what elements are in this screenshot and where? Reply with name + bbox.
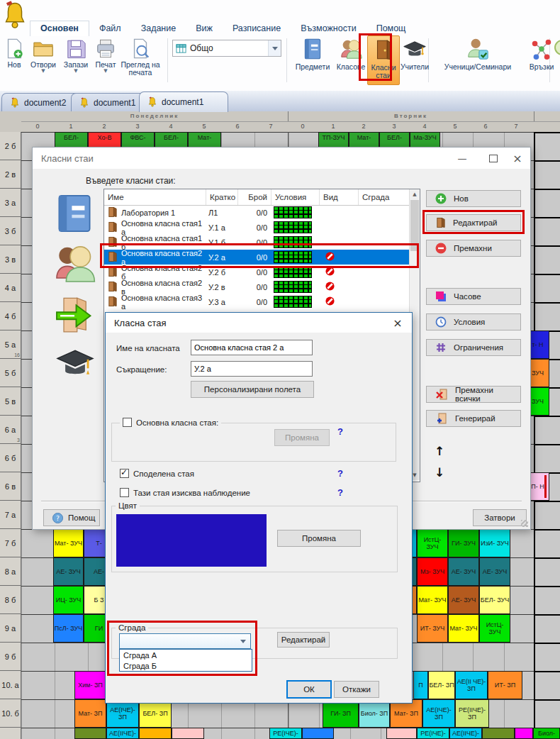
lesson-cell[interactable] bbox=[172, 728, 204, 739]
timetable-row-label[interactable]: 3 в bbox=[0, 245, 21, 274]
lesson-cell[interactable]: Мат- ЗУЧ bbox=[53, 529, 84, 557]
classroom-row[interactable]: Основна класна стая2 б У.2 б 0/0 bbox=[104, 265, 410, 279]
action-constraints-button[interactable]: Ограничения bbox=[426, 339, 521, 356]
timetable-row-label[interactable]: 5 б bbox=[0, 359, 21, 387]
lesson-cell[interactable] bbox=[515, 728, 533, 739]
ribbon-entity-2-button[interactable]: Класни стаи bbox=[367, 35, 400, 85]
short-name-field[interactable] bbox=[191, 361, 313, 377]
classroom-row[interactable]: Основна класна стая1 б У.1 б 0/0 bbox=[104, 235, 410, 250]
classroom-row[interactable]: Основна класна стая2 в У.2 в 0/0 bbox=[104, 279, 410, 294]
ribbon-print-button[interactable]: Печат ▼ bbox=[92, 38, 119, 74]
timetable-row-label[interactable]: 5 в bbox=[0, 387, 21, 416]
sidebar-classrooms-icon[interactable] bbox=[52, 294, 96, 336]
lesson-cell[interactable]: ИстЦ- ЗУЧ bbox=[417, 529, 448, 557]
classroom-row[interactable]: Основна класна стая1 а У.1 а 0/0 bbox=[104, 220, 410, 235]
column-header-2[interactable]: Брой bbox=[238, 189, 271, 205]
resize-grip[interactable] bbox=[521, 520, 528, 527]
classrooms-dialog-titlebar[interactable]: Класни стаи — × bbox=[33, 148, 530, 169]
ribbon-entity-4-button[interactable]: Ученици/Семинари bbox=[432, 35, 523, 84]
menu-tab-3[interactable]: Виж bbox=[186, 21, 223, 36]
timetable-row-label[interactable]: 10. а bbox=[0, 671, 21, 699]
menu-tab-1[interactable]: Файл bbox=[89, 21, 131, 36]
sidebar-teachers-icon[interactable] bbox=[55, 345, 95, 380]
action-generate-button[interactable]: Генерирай bbox=[426, 410, 521, 427]
menu-tab-4[interactable]: Разписание bbox=[223, 21, 291, 36]
minimize-icon[interactable]: — bbox=[448, 148, 476, 169]
dropdown-arrow-icon[interactable]: ▼ bbox=[92, 69, 119, 74]
scroll-up-icon[interactable]: ▲ bbox=[410, 189, 420, 199]
ribbon-new-button[interactable]: Нов bbox=[1, 38, 27, 69]
timetable-row-label[interactable]: 6 б bbox=[0, 444, 21, 472]
timetable-row-label[interactable]: 8 а bbox=[0, 557, 21, 586]
lesson-cell[interactable] bbox=[482, 728, 515, 739]
action-lessons-button[interactable]: Часове bbox=[426, 288, 521, 305]
lesson-cell[interactable]: АЕ- ЗУЧ bbox=[448, 586, 479, 614]
classroom-row[interactable]: Лаборатория 1 Л1 0/0 bbox=[104, 205, 410, 220]
lesson-cell[interactable]: АЕ(IIЧЕ)- bbox=[106, 728, 139, 739]
color-change-button[interactable]: Промяна bbox=[277, 530, 361, 547]
lesson-cell[interactable]: БЕЛ- ЗП bbox=[428, 671, 455, 699]
timetable-row-label[interactable]: 4 а bbox=[0, 274, 21, 302]
dropdown-arrow-icon[interactable]: ▼ bbox=[27, 69, 60, 74]
sidebar-subjects-icon[interactable] bbox=[54, 194, 95, 233]
timetable-row-label[interactable]: 2 б bbox=[0, 132, 21, 160]
lesson-cell[interactable] bbox=[386, 728, 417, 739]
lesson-cell[interactable]: АЕ- ЗУЧ bbox=[448, 557, 479, 586]
column-header-1[interactable]: Кратко bbox=[206, 189, 238, 205]
view-selector-dropdown[interactable]: Общо bbox=[172, 40, 281, 57]
cancel-button[interactable]: Откажи bbox=[334, 681, 379, 698]
classroom-dialog-titlebar[interactable]: Класна стая × bbox=[106, 313, 412, 333]
timetable-row-label[interactable]: 9 б bbox=[0, 643, 21, 671]
lesson-cell[interactable]: Мат- ЗП bbox=[390, 699, 422, 728]
timetable-row-label[interactable]: 7 а bbox=[0, 501, 21, 529]
dropdown-arrow-icon[interactable]: ▼ bbox=[60, 69, 92, 74]
menu-tab-6[interactable]: Помощ bbox=[366, 21, 416, 36]
timetable-row-label[interactable]: 3 б bbox=[0, 217, 21, 245]
menu-tab-2[interactable]: Задание bbox=[131, 21, 186, 36]
timetable-row-label[interactable]: 4 б bbox=[0, 302, 21, 330]
supervision-checkbox[interactable] bbox=[120, 488, 129, 497]
building-edit-button[interactable]: Редактирай bbox=[277, 632, 330, 648]
lesson-cell[interactable]: ИТ- ЗП bbox=[488, 671, 522, 699]
lesson-cell[interactable]: ГИ- ЗУЧ bbox=[448, 529, 479, 557]
classroom-row[interactable]: Основна класна стая2 а У.2 а 0/0 bbox=[104, 250, 410, 265]
document-tab-2[interactable]: document1 bbox=[139, 91, 228, 112]
lesson-cell[interactable]: Мат- ЗУЧ bbox=[448, 614, 479, 643]
lesson-cell[interactable]: ИТ- ЗУЧ bbox=[417, 614, 448, 643]
help-question-icon[interactable]: ? bbox=[337, 468, 343, 479]
lesson-cell[interactable]: АЕ(IЧЕ)- ЗП bbox=[422, 699, 455, 728]
lesson-cell[interactable]: ПсЛ- ЗУЧ bbox=[53, 614, 84, 643]
lesson-cell[interactable]: АЕ(IIЧЕ)- bbox=[449, 728, 482, 739]
ribbon-entity-3-button[interactable]: Учители bbox=[398, 35, 431, 84]
lesson-cell[interactable]: РЕ(IЧЕ)- bbox=[269, 728, 302, 739]
lesson-cell[interactable]: Биол- ЗП bbox=[359, 699, 390, 728]
lesson-cell[interactable]: Хим- ЗП bbox=[74, 671, 106, 699]
asc-bell-logo-icon[interactable] bbox=[2, 0, 28, 31]
ribbon-print-preview-button[interactable]: Преглед на печата bbox=[119, 38, 162, 77]
help-question-icon[interactable]: ? bbox=[337, 487, 343, 498]
help-question-icon[interactable]: ? bbox=[337, 426, 343, 437]
timetable-row-label[interactable]: 7 б bbox=[0, 529, 21, 557]
timetable-row-label[interactable]: 5 а16 bbox=[0, 330, 21, 359]
timetable-row-label[interactable] bbox=[0, 728, 21, 739]
ribbon-entity-0-button[interactable]: Предмети bbox=[291, 35, 335, 84]
lesson-cell[interactable] bbox=[74, 728, 106, 739]
action-delete-button[interactable]: Премахни bbox=[426, 240, 521, 257]
lesson-cell[interactable]: АЕ- ЗУЧ bbox=[479, 557, 510, 586]
lesson-cell[interactable]: БЕЛ- ЗП bbox=[139, 699, 172, 728]
building-dropdown[interactable] bbox=[119, 633, 251, 649]
name-field[interactable] bbox=[191, 340, 313, 355]
custom-fields-button[interactable]: Персонализирани полета bbox=[191, 381, 314, 398]
move-down-button[interactable]: ↓ bbox=[435, 465, 444, 479]
ribbon-open-button[interactable]: Отвори ▼ bbox=[27, 38, 60, 74]
lesson-cell[interactable]: Биол- bbox=[533, 728, 560, 739]
timetable-row-label[interactable]: 6 а3 bbox=[0, 416, 21, 444]
timetable-row-label[interactable]: 6 в bbox=[0, 472, 21, 501]
menu-tab-5[interactable]: Възможности bbox=[291, 21, 366, 36]
lesson-cell[interactable]: ИстЦ- ЗУЧ bbox=[479, 614, 510, 643]
column-header-3[interactable]: Условия bbox=[271, 189, 320, 205]
column-header-0[interactable]: Име bbox=[104, 189, 206, 205]
sidebar-classes-icon[interactable] bbox=[52, 243, 96, 285]
shared-room-checkbox[interactable] bbox=[120, 469, 129, 478]
lesson-cell[interactable]: БЕЛ- ЗУЧ bbox=[479, 586, 510, 614]
